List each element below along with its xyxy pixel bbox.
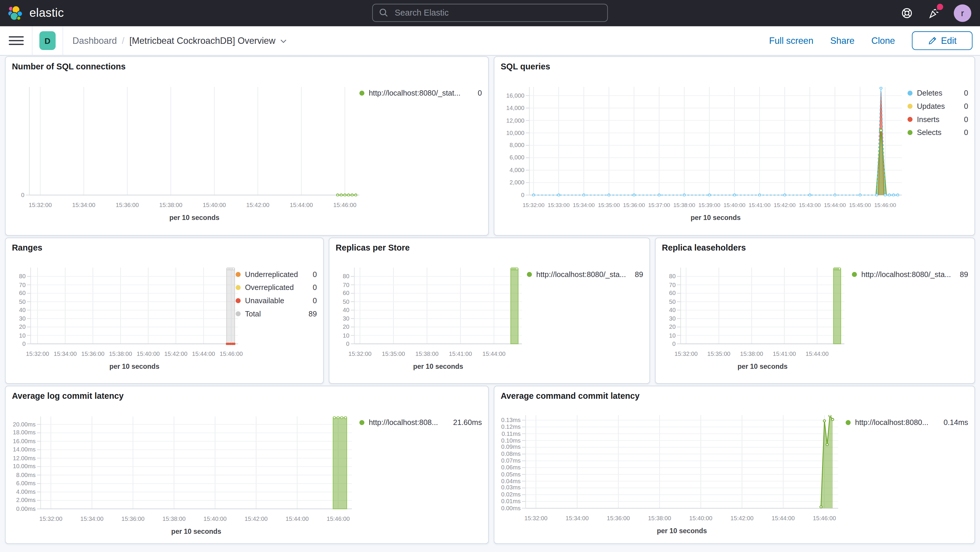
- legend-dot: [235, 311, 240, 316]
- legend-dot: [527, 272, 532, 277]
- panel-title: Replica leaseholders: [662, 243, 746, 253]
- panel-title: Average log commit latency: [12, 391, 124, 401]
- y-axis-label: 80: [329, 273, 349, 280]
- y-axis-label: 0: [6, 191, 24, 199]
- legend-dot: [908, 103, 913, 108]
- y-axis-label: 8,000: [494, 142, 524, 149]
- x-axis-label: 15:44:00: [478, 350, 511, 358]
- x-axis-label: 15:32:00: [344, 350, 376, 358]
- x-axis-label: 15:40:00: [199, 515, 231, 523]
- x-axis-label: 15:38:00: [643, 514, 676, 522]
- y-axis-label: 0.04ms: [494, 477, 520, 485]
- legend-item[interactable]: Underreplicated0: [235, 267, 317, 281]
- x-axis-label: 15:34:00: [68, 201, 100, 209]
- clone-link[interactable]: Clone: [871, 36, 895, 46]
- dashboard-badge[interactable]: D: [40, 31, 56, 50]
- legend-dot: [359, 420, 364, 425]
- panel-replica-leaseholders: Replica leaseholders8070605040302010015:…: [655, 238, 975, 384]
- x-axis-title: per 10 seconds: [30, 363, 238, 370]
- legend-dot: [235, 285, 240, 290]
- y-axis-label: 20: [6, 323, 25, 331]
- full-screen-link[interactable]: Full screen: [769, 36, 814, 46]
- elastic-home-button[interactable]: elastic: [8, 5, 64, 21]
- chart-plot[interactable]: [25, 87, 361, 196]
- y-axis-label: 80: [656, 273, 676, 280]
- newsfeed-button[interactable]: [927, 6, 940, 20]
- avatar-initial: r: [961, 8, 964, 18]
- y-axis-label: 0.00ms: [494, 504, 520, 512]
- legend-item[interactable]: http://localhost:8080/_stat...0: [359, 86, 482, 99]
- y-axis-label: 12.00ms: [6, 454, 36, 462]
- y-axis-label: 0: [329, 340, 349, 348]
- dashboard-grid: Number of SQL connections015:32:0015:34:…: [0, 56, 980, 544]
- legend-item[interactable]: Total89: [235, 307, 317, 320]
- x-axis-label: 15:46:00: [869, 201, 902, 209]
- x-axis-label: 15:38:00: [155, 201, 187, 209]
- legend-dot: [908, 90, 913, 95]
- global-search[interactable]: [372, 4, 608, 22]
- legend-value: 89: [630, 270, 643, 278]
- x-axis-label: 15:42:00: [240, 515, 272, 523]
- x-axis-label: 15:36:00: [111, 201, 144, 209]
- legend-item[interactable]: http://localhost:8080/_sta...89: [852, 267, 968, 281]
- legend-item[interactable]: http://localhost:808...21.60ms: [359, 416, 482, 429]
- y-axis-label: 8.00ms: [6, 471, 36, 479]
- y-axis-label: 10: [656, 332, 676, 339]
- panel-sql-queries: SQL queries16,00014,00012,00010,0008,000…: [494, 56, 975, 235]
- legend-item[interactable]: Unavailable0: [235, 294, 317, 307]
- legend-item[interactable]: Selects0: [908, 126, 968, 139]
- breadcrumb-dashboard-link[interactable]: Dashboard: [73, 36, 117, 46]
- legend-item[interactable]: Inserts0: [908, 113, 968, 126]
- chart-plot[interactable]: [522, 415, 840, 509]
- y-axis-label: 16.00ms: [6, 437, 36, 445]
- chart-legend: http://localhost:8080/_stat...0: [359, 86, 482, 99]
- y-axis-label: 0.02ms: [494, 491, 520, 498]
- y-axis-label: 12,000: [494, 117, 524, 124]
- legend-label: Underreplicated: [245, 270, 298, 278]
- legend-item[interactable]: http://localhost:8080...0.14ms: [846, 416, 968, 429]
- y-axis-label: 50: [6, 298, 25, 305]
- hamburger-icon: [9, 36, 24, 38]
- x-axis-label: 15:42:00: [725, 514, 758, 522]
- legend-label: http://localhost:808...: [369, 418, 438, 427]
- chart-plot[interactable]: [27, 267, 239, 345]
- x-axis-label: 15:46:00: [215, 350, 248, 358]
- legend-dot: [846, 420, 851, 425]
- help-button[interactable]: [900, 6, 914, 20]
- x-axis-title: per 10 seconds: [29, 214, 359, 221]
- legend-dot: [235, 272, 240, 277]
- breadcrumb: Dashboard / [Metricbeat CockroachDB] Ove…: [73, 36, 288, 46]
- y-axis-label: 0: [656, 340, 676, 348]
- legend-item[interactable]: Updates0: [908, 99, 968, 113]
- y-axis-label: 0.09ms: [494, 444, 520, 451]
- x-axis-label: 15:44:00: [285, 201, 318, 209]
- legend-item[interactable]: Overreplicated0: [235, 280, 317, 294]
- menu-button[interactable]: [8, 33, 25, 48]
- x-axis-label: 15:46:00: [322, 515, 355, 523]
- x-axis-label: 15:32:00: [24, 201, 57, 209]
- breadcrumb-current[interactable]: [Metricbeat CockroachDB] Overview: [129, 36, 287, 46]
- y-axis-label: 60: [656, 290, 676, 297]
- chart-plot[interactable]: [526, 87, 903, 196]
- legend-item[interactable]: Deletes0: [908, 86, 968, 99]
- user-avatar[interactable]: r: [954, 5, 972, 22]
- y-axis-label: 16,000: [494, 92, 524, 99]
- y-axis-label: 40: [656, 307, 676, 314]
- chart-plot[interactable]: [677, 267, 846, 345]
- x-axis-label: 15:44:00: [801, 350, 834, 358]
- navigation-bar: D Dashboard / [Metricbeat CockroachDB] O…: [0, 26, 980, 56]
- panel-avg-log-commit-latency: Average log commit latency20.00ms18.00ms…: [5, 386, 489, 544]
- share-link[interactable]: Share: [830, 36, 854, 46]
- chart-plot[interactable]: [351, 267, 523, 345]
- legend-item[interactable]: http://localhost:8080/_sta...89: [527, 267, 643, 281]
- y-axis-label: 14.00ms: [6, 446, 36, 453]
- notification-dot: [937, 4, 943, 10]
- y-axis-label: 0.03ms: [494, 484, 520, 492]
- edit-button[interactable]: Edit: [912, 31, 972, 50]
- chart-plot[interactable]: [37, 417, 353, 510]
- y-axis-label: 0.08ms: [494, 450, 520, 458]
- legend-label: Overreplicated: [245, 283, 294, 292]
- x-axis-label: 15:32:00: [520, 514, 552, 522]
- x-axis-label: 15:40:00: [198, 201, 231, 209]
- search-input[interactable]: [393, 8, 601, 18]
